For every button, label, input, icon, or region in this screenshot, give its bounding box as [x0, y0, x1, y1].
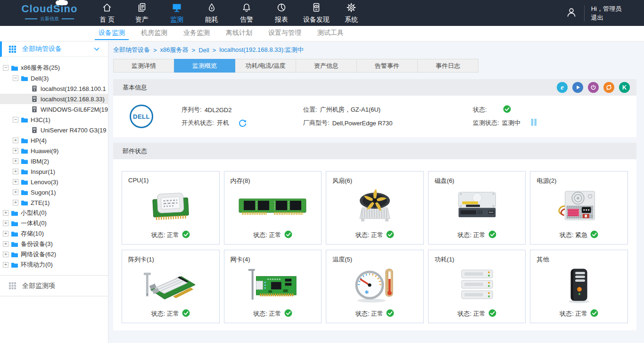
- tab-3[interactable]: 功耗/电流/温度: [235, 59, 296, 73]
- expand-icon[interactable]: +: [13, 169, 18, 174]
- status-text: 状态: 紧急: [560, 231, 587, 239]
- location-label: 位置:: [303, 106, 317, 114]
- expand-icon[interactable]: +: [3, 210, 8, 216]
- tree-node-16[interactable]: +一体机(0): [0, 218, 108, 229]
- status-ok-icon: [590, 230, 598, 240]
- expand-icon[interactable]: +: [3, 231, 8, 237]
- collapse-icon[interactable]: −: [13, 75, 18, 81]
- no-expander: [23, 86, 28, 91]
- subnav-item-5[interactable]: 设置与管理: [267, 26, 302, 40]
- expand-icon[interactable]: +: [13, 179, 18, 185]
- component-card-7[interactable]: 网卡(4)状态: 正常: [224, 250, 322, 323]
- expand-icon[interactable]: +: [13, 148, 18, 154]
- expand-icon[interactable]: +: [3, 241, 8, 247]
- expand-icon[interactable]: +: [3, 262, 8, 268]
- subnav-item-2[interactable]: 机房监测: [140, 26, 168, 40]
- tree-node-13[interactable]: +Sugon(1): [0, 187, 108, 197]
- kvm-icon[interactable]: K: [619, 82, 630, 93]
- no-expander: [23, 106, 28, 112]
- pause-icon[interactable]: [523, 119, 537, 127]
- component-card-8[interactable]: 温度(5)状态: 正常: [326, 250, 424, 323]
- play-icon[interactable]: [572, 82, 583, 93]
- component-card-5[interactable]: 电源(2)状态: 紧急: [530, 171, 628, 245]
- subnav-item-3[interactable]: 业务监测: [182, 26, 211, 40]
- topnav-item-7[interactable]: 设备发现: [299, 0, 334, 26]
- folder-icon: [11, 230, 18, 237]
- logout-link[interactable]: 退出: [591, 13, 621, 22]
- tree-node-10[interactable]: +IBM(2): [0, 156, 108, 166]
- tree-node-12[interactable]: +Lenovo(3): [0, 177, 108, 187]
- cloud-icon: [56, 0, 68, 5]
- tree-node-3[interactable]: localhost(192.168.100.1: [0, 83, 108, 94]
- monitor-status-value: 监测中: [502, 119, 520, 127]
- subnav-item-6[interactable]: 测试工具: [316, 26, 345, 40]
- tree-node-15[interactable]: +小型机(0): [0, 208, 108, 218]
- component-card-1[interactable]: CPU(1)状态: 正常: [122, 171, 220, 245]
- tree-node-6[interactable]: −H3C(1): [0, 114, 108, 125]
- tree-node-19[interactable]: +网络设备(62): [0, 249, 108, 260]
- expand-icon[interactable]: +: [13, 189, 18, 195]
- ie-browser-icon[interactable]: e: [557, 82, 568, 93]
- tree-node-2[interactable]: −Dell(3): [0, 73, 108, 83]
- tree-node-label: Inspur(1): [31, 168, 55, 175]
- tree-node-5[interactable]: WINDOWS-GIL6F2M(19: [0, 104, 108, 114]
- expand-icon[interactable]: +: [13, 138, 18, 143]
- tree-node-17[interactable]: +存储(10): [0, 229, 108, 239]
- refresh-orange-icon[interactable]: [603, 82, 614, 93]
- component-card-10[interactable]: 其他状态: 正常: [530, 250, 628, 323]
- topnav-item-2[interactable]: 资产: [124, 0, 159, 26]
- power-icon[interactable]: [588, 82, 599, 93]
- component-card-title: CPU(1): [128, 177, 149, 184]
- folder-icon: [11, 251, 18, 258]
- refresh-icon[interactable]: [239, 119, 247, 127]
- expand-icon[interactable]: +: [3, 252, 8, 257]
- tab-2[interactable]: 监测概览: [174, 59, 235, 73]
- topnav-item-3[interactable]: 监测: [159, 0, 194, 26]
- sidebar-footer-all-metrics[interactable]: 全部监测项: [0, 276, 108, 296]
- tree-node-14[interactable]: +ZTE(1): [0, 197, 108, 208]
- monitor-status-label: 监测状态:: [473, 119, 499, 127]
- folder-icon: [21, 158, 28, 164]
- topnav-item-5[interactable]: 告警: [229, 0, 264, 26]
- tree-node-1[interactable]: −x86服务器(25): [0, 63, 108, 73]
- tab-5[interactable]: 告警事件: [356, 59, 418, 73]
- breadcrumb-item-3[interactable]: Dell: [198, 47, 209, 54]
- component-card-3[interactable]: 风扇(6)状态: 正常: [326, 171, 424, 245]
- tree-node-7[interactable]: UniServer R4700 G3(19: [0, 125, 108, 135]
- topnav-item-8[interactable]: 系统: [334, 0, 369, 26]
- sidebar-header[interactable]: 全部纳管设备: [0, 41, 108, 57]
- device-tree: −x86服务器(25)−Dell(3)localhost(192.168.100…: [0, 57, 108, 270]
- tree-node-18[interactable]: +备份设备(3): [0, 239, 108, 249]
- tab-6[interactable]: 事件日志: [417, 59, 479, 73]
- component-card-9[interactable]: 功耗(1)状态: 正常: [428, 250, 526, 323]
- raid-card-icon: [122, 265, 219, 306]
- topnav-item-4[interactable]: 能耗: [194, 0, 229, 26]
- topnav-item-1[interactable]: 首 页: [90, 0, 124, 26]
- subnav-item-4[interactable]: 离线计划: [225, 26, 253, 40]
- component-card-4[interactable]: 磁盘(6)状态: 正常: [428, 171, 526, 245]
- tab-4[interactable]: 资产信息: [296, 59, 357, 73]
- brand-logo[interactable]: CloudSino 云新信息: [0, 4, 89, 22]
- tree-node-9[interactable]: +Huawei(9): [0, 146, 108, 156]
- component-card-2[interactable]: 内存(8)状态: 正常: [224, 171, 322, 245]
- topnav-item-6[interactable]: 报表: [264, 0, 299, 26]
- status-text: 状态: 正常: [253, 310, 281, 318]
- collapse-icon[interactable]: −: [3, 65, 8, 71]
- breadcrumb-item-4[interactable]: localhost(192.168.8.33):监测中: [219, 46, 303, 54]
- expand-icon[interactable]: +: [13, 200, 18, 205]
- breadcrumb-item-2[interactable]: x86服务器: [160, 46, 189, 54]
- subnav-item-1[interactable]: 设备监测: [98, 26, 126, 40]
- tree-node-8[interactable]: +HP(4): [0, 135, 108, 146]
- chevron-down-icon[interactable]: [94, 47, 99, 51]
- monitor-icon: [171, 2, 182, 15]
- tree-node-11[interactable]: +Inspur(1): [0, 166, 108, 177]
- component-card-6[interactable]: 阵列卡(1)状态: 正常: [122, 250, 220, 323]
- expand-icon[interactable]: +: [3, 220, 8, 226]
- collapse-icon[interactable]: −: [13, 117, 18, 122]
- tree-node-4[interactable]: localhost(192.168.8.33): [0, 94, 108, 104]
- breadcrumb-item-1[interactable]: 全部纳管设备: [113, 46, 150, 54]
- tree-node-20[interactable]: +环境动力(0): [0, 260, 108, 270]
- tab-1[interactable]: 监测详情: [113, 59, 174, 73]
- expand-icon[interactable]: +: [13, 158, 18, 164]
- user-avatar-icon[interactable]: [565, 6, 578, 20]
